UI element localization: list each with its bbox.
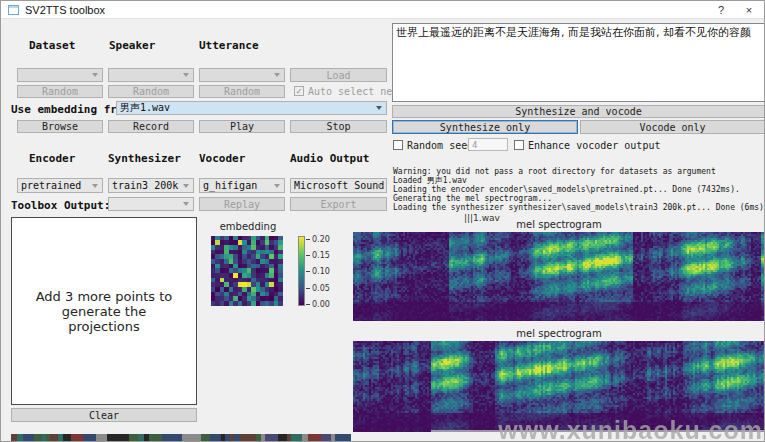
chevron-down-icon bbox=[183, 73, 189, 77]
app-icon bbox=[8, 5, 19, 15]
projections-panel: Add 3 more points to generate the projec… bbox=[11, 217, 197, 405]
log-line: Loaded 男声1.wav bbox=[393, 176, 467, 185]
chevron-down-icon bbox=[376, 184, 382, 188]
text-input[interactable]: 世界上最遥远的距离不是天涯海角, 而是我站在你面前, 却看不见你的容颜 bbox=[392, 23, 765, 102]
auto-select-next-checkbox[interactable]: ✓ bbox=[294, 86, 304, 96]
cropped-plot-strip bbox=[11, 434, 351, 442]
browse-button[interactable]: Browse bbox=[17, 120, 103, 133]
mel-spectrogram-plot bbox=[353, 232, 765, 321]
window-title: SV2TTS toolbox bbox=[25, 4, 105, 16]
embedding-colorbar bbox=[298, 236, 305, 306]
toolbox-output-combo[interactable] bbox=[108, 197, 194, 211]
synthesize-only-button[interactable]: Synthesize only bbox=[392, 120, 578, 134]
enhance-vocoder-checkbox[interactable] bbox=[514, 140, 524, 150]
clear-button[interactable]: Clear bbox=[11, 408, 197, 422]
log-line: Warning: you did not pass a root directo… bbox=[393, 167, 716, 176]
toolbox-output-label: Toolbox Output: bbox=[11, 199, 110, 212]
load-button[interactable]: Load bbox=[290, 68, 387, 82]
stop-button[interactable]: Stop bbox=[290, 120, 387, 133]
colorbar-tick: 0.15 bbox=[312, 251, 330, 260]
vocoder-value: g_hifigan bbox=[203, 180, 257, 191]
log-line: Loading the encoder encoder\saved_models… bbox=[393, 185, 740, 194]
encoder-label: Encoder bbox=[29, 152, 75, 165]
export-button[interactable]: Export bbox=[290, 197, 387, 211]
colorbar-tick: 0.10 bbox=[312, 267, 330, 276]
synthesizer-label: Synthesizer bbox=[108, 152, 181, 165]
embedding-heatmap bbox=[211, 236, 283, 306]
vocode-only-button[interactable]: Vocode only bbox=[580, 120, 765, 134]
play-button[interactable]: Play bbox=[199, 120, 285, 133]
chevron-down-icon bbox=[92, 73, 98, 77]
synthesize-and-vocode-button[interactable]: Synthesize and vocode bbox=[392, 105, 765, 118]
random-utterance-button[interactable]: Random bbox=[199, 85, 285, 98]
watermark: www.xunibaoku.com bbox=[498, 416, 763, 442]
auto-select-next-label: Auto select next bbox=[308, 86, 404, 97]
log-line: Generating the mel spectrogram... bbox=[393, 194, 552, 203]
app-window: SV2TTS toolbox ? × Dataset Speaker Utter… bbox=[0, 0, 765, 442]
mel-spectrogram-title-2: mel spectrogram bbox=[353, 328, 765, 339]
dataset-label: Dataset bbox=[29, 39, 75, 52]
chevron-down-icon bbox=[274, 184, 280, 188]
record-button[interactable]: Record bbox=[108, 120, 194, 133]
dataset-combo[interactable] bbox=[17, 68, 103, 82]
mel-spectrogram-title: mel spectrogram bbox=[353, 219, 765, 230]
title-bar: SV2TTS toolbox ? × bbox=[1, 1, 764, 19]
close-icon[interactable]: × bbox=[736, 2, 762, 18]
projection-placeholder: Add 3 more points to generate the projec… bbox=[30, 289, 178, 334]
audio-output-label: Audio Output bbox=[290, 152, 369, 165]
synthesizer-combo[interactable]: train3 200k bbox=[108, 178, 194, 193]
chevron-down-icon bbox=[92, 184, 98, 188]
embedding-source-value: 男声1.wav bbox=[120, 101, 170, 115]
random-seed-checkbox[interactable] bbox=[393, 140, 403, 150]
chevron-down-icon bbox=[376, 106, 382, 110]
utterance-combo[interactable] bbox=[199, 68, 285, 82]
vocoder-combo[interactable]: g_hifigan bbox=[199, 178, 285, 193]
colorbar-tick: 0.00 bbox=[312, 300, 330, 309]
vocoder-label: Vocoder bbox=[199, 152, 245, 165]
synthesizer-value: train3 200k bbox=[112, 180, 178, 191]
speaker-label: Speaker bbox=[109, 39, 155, 52]
audio-output-combo[interactable]: Microsoft Sound Mapp bbox=[290, 178, 387, 193]
random-dataset-button[interactable]: Random bbox=[17, 85, 103, 98]
random-speaker-button[interactable]: Random bbox=[108, 85, 194, 98]
encoder-combo[interactable]: pretrained bbox=[17, 178, 103, 193]
chevron-down-icon bbox=[274, 73, 280, 77]
seed-input[interactable] bbox=[468, 138, 508, 151]
embedding-source-combo[interactable]: 男声1.wav bbox=[116, 101, 387, 115]
help-button[interactable]: ? bbox=[708, 2, 734, 18]
encoder-value: pretrained bbox=[21, 180, 81, 191]
colorbar-tick: 0.05 bbox=[312, 284, 330, 293]
audio-output-value: Microsoft Sound Mapp bbox=[294, 180, 387, 191]
speaker-combo[interactable] bbox=[108, 68, 194, 82]
chevron-down-icon bbox=[183, 184, 189, 188]
embedding-title: embedding bbox=[206, 221, 290, 232]
utterance-label: Utterance bbox=[199, 39, 259, 52]
chevron-down-icon bbox=[183, 202, 189, 206]
replay-button[interactable]: Replay bbox=[199, 197, 285, 211]
log-line: Loading the synthesizer synthesizer\save… bbox=[393, 203, 765, 212]
colorbar-tick: 0.20 bbox=[312, 235, 330, 244]
enhance-vocoder-label: Enhance vocoder output bbox=[528, 140, 660, 151]
